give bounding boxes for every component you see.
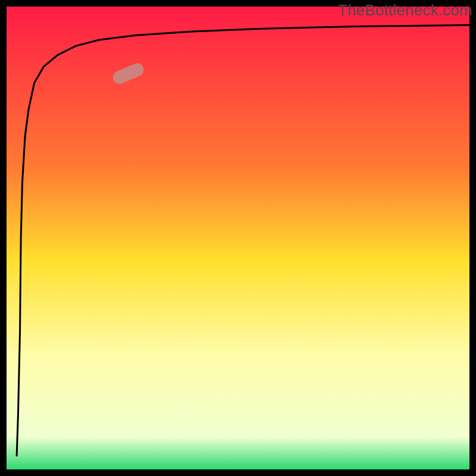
chart-stage: TheBottleneck.com (0, 0, 476, 476)
watermark-text: TheBottleneck.com (338, 1, 472, 20)
plot-background (7, 7, 469, 469)
bottleneck-chart (0, 0, 476, 476)
